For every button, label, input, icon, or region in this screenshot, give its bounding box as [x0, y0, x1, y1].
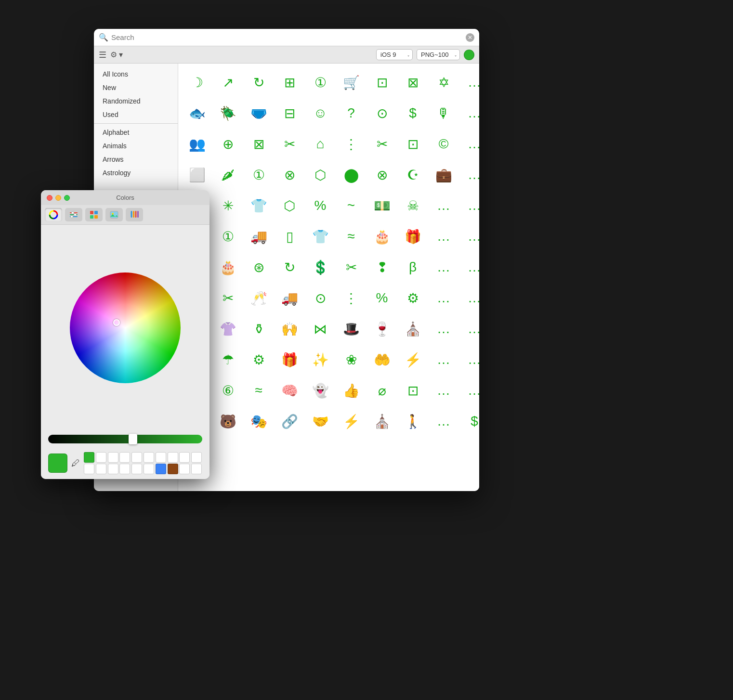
icon-cell[interactable]: ⚱	[244, 314, 274, 344]
color-swatch-cell[interactable]	[131, 464, 142, 474]
icon-cell[interactable]: 👕	[244, 191, 274, 220]
icon-cell[interactable]: …	[459, 160, 479, 190]
icon-cell[interactable]: ©	[429, 129, 458, 159]
icon-cell[interactable]: ✨	[305, 345, 335, 375]
icon-cell[interactable]: 🤝	[305, 406, 335, 436]
search-input[interactable]	[111, 33, 463, 41]
icon-cell[interactable]: ✳	[213, 191, 243, 220]
icon-cell[interactable]: …	[429, 376, 458, 405]
color-picker-button[interactable]	[464, 50, 474, 60]
icon-cell[interactable]: …	[429, 191, 458, 220]
icon-cell[interactable]: …	[459, 67, 479, 97]
icon-cell[interactable]: ☪	[398, 160, 428, 190]
icon-cell[interactable]: ⛪	[367, 406, 397, 436]
icon-cell[interactable]: 🎁	[398, 221, 428, 251]
icon-cell[interactable]: ↻	[244, 67, 274, 97]
icon-cell[interactable]: 🌶	[213, 160, 243, 190]
icon-cell[interactable]: 🐻	[213, 406, 243, 436]
icon-cell[interactable]: ✂	[275, 129, 304, 159]
icon-cell[interactable]: 🎩	[336, 314, 366, 344]
icon-cell[interactable]: 🧠	[275, 376, 304, 405]
icon-cell[interactable]: …	[429, 345, 458, 375]
sliders-tool-button[interactable]	[65, 208, 82, 221]
current-color-swatch[interactable]	[48, 454, 67, 473]
icon-cell[interactable]: ⊡	[367, 67, 397, 97]
image-tool-button[interactable]	[105, 208, 123, 221]
icon-cell[interactable]: ⋈	[305, 314, 335, 344]
minimize-button[interactable]	[55, 195, 61, 201]
icon-cell[interactable]: ✂	[336, 252, 366, 282]
icon-cell[interactable]: 🎭	[244, 406, 274, 436]
icon-cell[interactable]: ☠	[398, 191, 428, 220]
icon-cell[interactable]: ☺	[305, 98, 335, 128]
color-swatch-cell[interactable]	[84, 452, 94, 463]
icon-cell[interactable]: ✂	[367, 129, 397, 159]
icon-cell[interactable]: $	[459, 406, 479, 436]
icon-cell[interactable]: ❢	[367, 252, 397, 282]
icon-cell[interactable]: 🎙	[429, 98, 458, 128]
icon-cell[interactable]: …	[459, 376, 479, 405]
icon-cell[interactable]: …	[429, 283, 458, 313]
color-swatch-cell[interactable]	[179, 452, 190, 463]
icon-cell[interactable]: ❀	[336, 345, 366, 375]
icon-cell[interactable]: …	[429, 314, 458, 344]
color-swatch-cell[interactable]	[96, 452, 106, 463]
color-swatch-cell[interactable]	[191, 464, 202, 474]
color-swatch-cell[interactable]	[156, 452, 166, 463]
crayons-tool-button[interactable]	[126, 208, 143, 221]
icon-cell[interactable]: ⊠	[244, 129, 274, 159]
color-swatch-cell[interactable]	[144, 464, 154, 474]
color-swatch-cell[interactable]	[108, 452, 118, 463]
icon-cell[interactable]: ⚡	[336, 406, 366, 436]
sidebar-item-new[interactable]: New	[94, 81, 178, 94]
icon-cell[interactable]: ⋮	[336, 129, 366, 159]
color-swatch-cell[interactable]	[119, 464, 130, 474]
color-swatch-cell[interactable]	[84, 464, 94, 474]
icon-cell[interactable]: ⊙	[367, 98, 397, 128]
color-swatch-cell[interactable]	[119, 452, 130, 463]
icon-cell[interactable]: 🎁	[275, 345, 304, 375]
icon-cell[interactable]: …	[459, 252, 479, 282]
sidebar-item-all-icons[interactable]: All Icons	[94, 67, 178, 81]
icon-cell[interactable]: 🛒	[336, 67, 366, 97]
icon-cell[interactable]: 👍	[336, 376, 366, 405]
icon-cell[interactable]: ⊠	[398, 67, 428, 97]
sidebar-item-astrology[interactable]: Astrology	[94, 166, 178, 180]
icon-cell[interactable]: ⊕	[213, 129, 243, 159]
icon-cell[interactable]: …	[459, 98, 479, 128]
icon-cell[interactable]: 👻	[305, 376, 335, 405]
color-swatch-cell[interactable]	[168, 452, 178, 463]
color-swatch-cell[interactable]	[156, 464, 166, 474]
maximize-button[interactable]	[64, 195, 70, 201]
color-swatch-cell[interactable]	[108, 464, 118, 474]
icon-cell[interactable]: ①	[244, 160, 274, 190]
sidebar-item-alphabet[interactable]: Alphabet	[94, 126, 178, 139]
icon-cell[interactable]: 💵	[367, 191, 397, 220]
icon-cell[interactable]: 🤲	[367, 345, 397, 375]
icon-cell[interactable]: ①	[213, 221, 243, 251]
sidebar-item-arrows[interactable]: Arrows	[94, 153, 178, 166]
icon-cell[interactable]: …	[459, 129, 479, 159]
icon-cell[interactable]: ⬡	[305, 160, 335, 190]
icon-cell[interactable]: ↻	[275, 252, 304, 282]
icon-cell[interactable]: …	[459, 191, 479, 220]
icon-cell[interactable]: 🩲	[244, 98, 274, 128]
color-swatch-cell[interactable]	[191, 452, 202, 463]
list-view-button[interactable]: ☰	[99, 50, 106, 60]
icon-cell[interactable]: ⚙	[398, 283, 428, 313]
icon-cell[interactable]: 👥	[182, 129, 212, 159]
sidebar-item-animals[interactable]: Animals	[94, 139, 178, 153]
icon-cell[interactable]: ⚡	[398, 345, 428, 375]
icon-cell[interactable]: …	[459, 283, 479, 313]
icon-cell[interactable]: …	[459, 314, 479, 344]
icon-cell[interactable]: …	[459, 345, 479, 375]
icon-cell[interactable]: 🥂	[244, 283, 274, 313]
icon-cell[interactable]: ▯	[275, 221, 304, 251]
icon-cell[interactable]: 🪲	[213, 98, 243, 128]
brightness-slider-thumb[interactable]	[129, 434, 137, 444]
icon-cell[interactable]: ⬤	[336, 160, 366, 190]
icon-cell[interactable]: ⊟	[275, 98, 304, 128]
icon-cell[interactable]: 🚚	[275, 283, 304, 313]
icon-cell[interactable]: 🎂	[367, 221, 397, 251]
icon-cell[interactable]: 💲	[305, 252, 335, 282]
